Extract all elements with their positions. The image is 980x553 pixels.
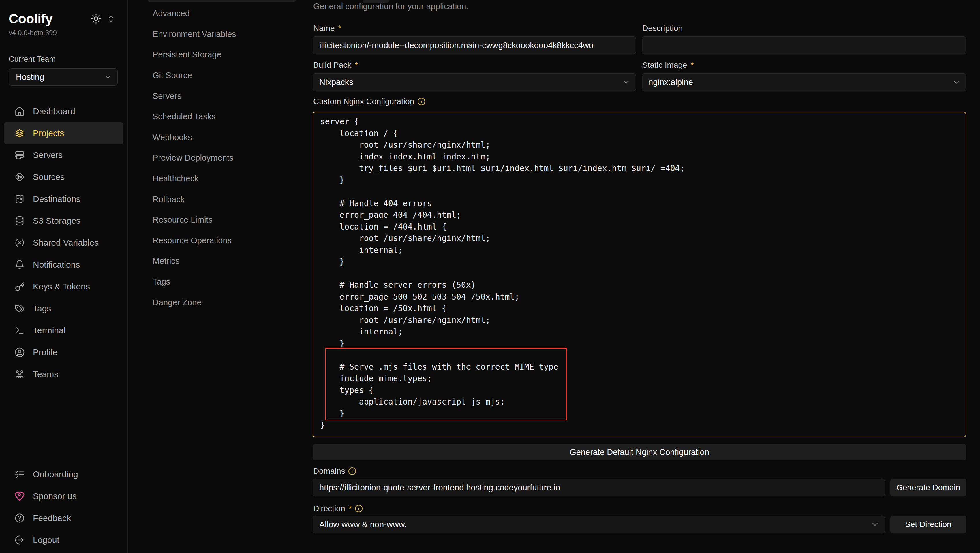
users-icon: [14, 369, 25, 380]
subnav-item-webhooks[interactable]: Webhooks: [129, 127, 313, 148]
name-label: Name*: [313, 24, 342, 33]
database-icon: [14, 216, 25, 226]
nginx-config-editor[interactable]: server { location / { root /usr/share/ng…: [313, 112, 966, 437]
logout-icon: [14, 535, 25, 545]
subnav-item-persistent-storage[interactable]: Persistent Storage: [129, 44, 313, 65]
sidebar-item-shared-variables[interactable]: Shared Variables: [4, 232, 123, 254]
nginx-config-label: Custom Nginx Configuration: [313, 97, 426, 106]
parentheses-x-icon: [14, 238, 25, 248]
home-icon: [14, 106, 25, 116]
general-configuration-panel: General configuration for your applicati…: [313, 0, 966, 553]
sidebar-item-onboarding[interactable]: Onboarding: [4, 463, 123, 485]
info-icon[interactable]: [348, 467, 356, 475]
sidebar-item-servers[interactable]: Servers: [4, 144, 123, 166]
page-subtitle: General configuration for your applicati…: [313, 2, 468, 11]
sidebar-item-feedback[interactable]: Feedback: [4, 507, 123, 529]
heart-handshake-icon: [14, 491, 25, 501]
sidebar-item-keys-tokens[interactable]: Keys & Tokens: [4, 276, 123, 297]
sidebar: Coolify v4.0.0-beta.399 Current Team Hos…: [0, 0, 128, 553]
app-logo: Coolify: [9, 12, 52, 25]
subnav-item-servers[interactable]: Servers: [129, 86, 313, 106]
terminal-icon: [14, 325, 25, 335]
subnav-item-git-source[interactable]: Git Source: [129, 65, 313, 86]
sidebar-item-teams[interactable]: Teams: [4, 363, 123, 385]
subnav-item-resource-limits[interactable]: Resource Limits: [129, 210, 313, 230]
static-image-label: Static Image*: [642, 60, 694, 70]
subnav-item-tags[interactable]: Tags: [129, 272, 313, 292]
chevron-down-icon: [952, 78, 961, 86]
server-icon: [14, 150, 25, 160]
chevrons-up-down-icon[interactable]: [107, 14, 115, 23]
layers-icon: [14, 128, 25, 138]
sidebar-item-notifications[interactable]: Notifications: [4, 254, 123, 276]
build-pack-select[interactable]: Nixpacks: [313, 73, 636, 91]
info-icon[interactable]: [417, 97, 426, 106]
subnav-selected-item-partial[interactable]: [148, 0, 296, 2]
key-icon: [14, 281, 25, 292]
subnav-item-preview-deployments[interactable]: Preview Deployments: [129, 148, 313, 168]
nginx-config-code[interactable]: server { location / { root /usr/share/ng…: [313, 113, 966, 431]
sidebar-item-sponsor-us[interactable]: Sponsor us: [4, 485, 123, 507]
generate-default-nginx-button[interactable]: Generate Default Nginx Configuration: [313, 444, 966, 460]
chevron-down-icon: [103, 73, 112, 81]
current-team-label: Current Team: [0, 55, 127, 64]
static-image-select[interactable]: nginx:alpine: [642, 73, 966, 91]
bell-icon: [14, 259, 25, 270]
team-select-value: Hosting: [16, 72, 44, 82]
checklist-icon: [14, 469, 25, 480]
subnav-item-advanced[interactable]: Advanced: [129, 3, 313, 24]
tags-icon: [14, 304, 25, 314]
chevron-down-icon: [622, 78, 630, 86]
name-input[interactable]: [313, 37, 636, 54]
set-direction-button[interactable]: Set Direction: [890, 515, 966, 533]
sidebar-footer: Onboarding Sponsor us Feedback Logout: [4, 463, 123, 551]
sidebar-item-sources[interactable]: Sources: [4, 166, 123, 188]
subnav-item-metrics[interactable]: Metrics: [129, 251, 313, 272]
description-label: Description: [642, 24, 682, 33]
theme-toggle-sun-icon[interactable]: [91, 13, 102, 24]
sidebar-item-s3-storages[interactable]: S3 Storages: [4, 210, 123, 232]
sidebar-item-destinations[interactable]: Destinations: [4, 188, 123, 210]
domains-label: Domains: [313, 467, 356, 476]
map-icon: [14, 194, 25, 204]
subnav-item-rollback[interactable]: Rollback: [129, 189, 313, 210]
sidebar-item-logout[interactable]: Logout: [4, 529, 123, 551]
app-version: v4.0.0-beta.399: [0, 29, 127, 37]
sidebar-item-tags[interactable]: Tags: [4, 297, 123, 319]
sidebar-item-terminal[interactable]: Terminal: [4, 319, 123, 342]
settings-subnav: Advanced Environment Variables Persisten…: [129, 0, 313, 553]
sidebar-nav: Dashboard Projects Servers Sources Desti…: [0, 100, 127, 385]
info-icon[interactable]: [355, 504, 363, 513]
sidebar-item-projects[interactable]: Projects: [4, 122, 123, 144]
build-pack-label: Build Pack*: [313, 60, 358, 70]
subnav-item-environment-variables[interactable]: Environment Variables: [129, 24, 313, 45]
chevron-down-icon: [871, 520, 879, 529]
user-circle-icon: [14, 347, 25, 358]
direction-label: Direction*: [313, 504, 363, 513]
sidebar-item-profile[interactable]: Profile: [4, 342, 123, 363]
git-source-icon: [14, 172, 25, 182]
domains-input[interactable]: [313, 478, 885, 496]
coolify-app-window: Coolify v4.0.0-beta.399 Current Team Hos…: [0, 0, 980, 553]
description-input[interactable]: [642, 37, 966, 54]
team-select[interactable]: Hosting: [9, 68, 118, 86]
subnav-item-healthcheck[interactable]: Healthcheck: [129, 168, 313, 189]
generate-domain-button[interactable]: Generate Domain: [890, 478, 966, 496]
subnav-item-danger-zone[interactable]: Danger Zone: [129, 292, 313, 313]
subnav-item-resource-operations[interactable]: Resource Operations: [129, 230, 313, 251]
subnav-item-scheduled-tasks[interactable]: Scheduled Tasks: [129, 106, 313, 127]
direction-select[interactable]: Allow www & non-www.: [313, 515, 885, 533]
sidebar-item-dashboard[interactable]: Dashboard: [4, 100, 123, 122]
help-circle-icon: [14, 513, 25, 523]
